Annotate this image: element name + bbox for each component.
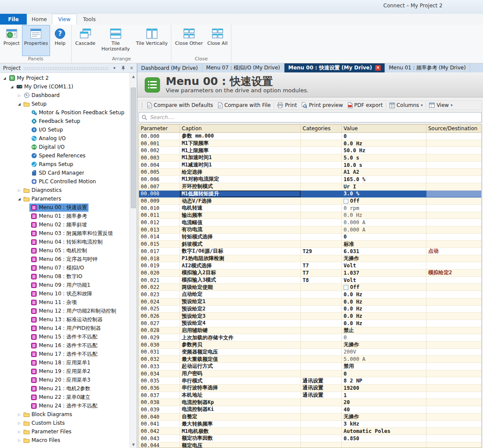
table-row[interactable]: 00.031变频器额定电压200V — [139, 349, 481, 356]
tree-item[interactable]: Menu 14 : 用户PID控制器 — [0, 324, 129, 332]
column-header-categories[interactable]: Categories — [301, 125, 342, 132]
print-button[interactable]: Print — [275, 101, 299, 110]
cascade-button[interactable]: Cascade — [73, 25, 98, 56]
tree-item[interactable]: Menu 10 : 状态和故障 — [0, 289, 129, 298]
ribbon-tab-file[interactable]: File — [0, 14, 27, 25]
scrollbar-track[interactable] — [130, 80, 137, 441]
table-row[interactable]: 00.032最大重载额定值5.000 A — [139, 356, 481, 363]
scrollbar-thumb[interactable] — [131, 88, 136, 208]
help-button[interactable]: ?Help — [50, 25, 70, 56]
table-row[interactable]: 00.033起动运行方式禁用 — [139, 363, 481, 370]
table-row[interactable]: 00.010电机转速0 rpm — [139, 205, 481, 212]
expand-arrow-icon[interactable]: ▷ — [16, 421, 22, 425]
document-tab[interactable]: Menu 00 : 快速设置 (My Drive)× — [284, 63, 385, 72]
table-row[interactable]: 00.021模拟输入3模式T8Volt — [139, 277, 481, 284]
expand-arrow-icon[interactable]: ▷ — [16, 188, 22, 192]
tree-item[interactable]: ◢Setup — [0, 100, 129, 108]
table-row[interactable]: 00.027预设给定40.0 Hz — [139, 320, 481, 327]
toolbar-grip[interactable] — [141, 102, 143, 108]
table-row[interactable]: 00.014转矩模式选择0 — [139, 234, 481, 241]
checkbox-unchecked-icon[interactable] — [344, 285, 348, 290]
tree-item[interactable]: ◢My Project 2 — [0, 74, 129, 82]
close-panel-icon[interactable]: × — [129, 66, 135, 70]
pdf-export-button[interactable]: PDF export — [345, 101, 385, 110]
tile-vertical-button[interactable]: Tile Vertically — [134, 25, 170, 56]
table-row[interactable]: 00.037本机地址通讯设置1 — [139, 392, 481, 399]
scroll-up-icon[interactable]: ▲ — [130, 73, 137, 80]
document-tab[interactable]: Menu 01 : 频率参考 (My Drive) — [385, 63, 470, 72]
print-preview-button[interactable]: Print preview — [299, 101, 345, 110]
table-row[interactable]: 00.008M1低频转矩提升3.0 % — [139, 191, 481, 198]
table-row[interactable]: 00.038电流控制器Kp20 — [139, 399, 481, 406]
table-row[interactable]: 00.019AI2模式选择T7Volt — [139, 262, 481, 269]
tree-item[interactable]: Menu 09 : 用户功能1 — [0, 281, 129, 289]
table-row[interactable]: 00.043额定功率因数0.850 — [139, 435, 481, 442]
table-row[interactable]: 00.044额定电压 — [139, 442, 481, 448]
columns-button[interactable]: Columns▾ — [387, 101, 425, 110]
tree-item[interactable]: ▷Dashboard — [0, 91, 129, 100]
ribbon-tab-tools[interactable]: Tools — [77, 14, 102, 25]
table-row[interactable]: 00.006M1对称电流限定165.0 % — [139, 176, 481, 183]
table-row[interactable]: 00.009动态V/F选择Off — [139, 197, 481, 205]
table-row[interactable]: 00.012电流幅值0.000 A — [139, 219, 481, 226]
tree-item[interactable]: SD Card Manager — [0, 169, 129, 177]
chevron-down-icon[interactable]: ▾ — [111, 66, 117, 70]
tree-item[interactable]: Menu 15 : 选件卡不匹配 — [0, 332, 129, 341]
table-row[interactable]: 00.041最大转换频率3 kHz — [139, 421, 481, 428]
column-header-value[interactable]: Value — [342, 125, 426, 132]
document-tab[interactable]: Dashboard (My Drive) — [137, 63, 202, 72]
expand-arrow-icon[interactable]: ▷ — [16, 94, 22, 97]
table-row[interactable]: 00.029上次加载的存储卡文件0 — [139, 334, 481, 341]
table-row[interactable]: 00.013有功电流0.000 A — [139, 226, 481, 234]
tree-item[interactable]: ▷Parameter Files — [0, 427, 129, 436]
tree-item[interactable]: ▷Block Diagrams — [0, 410, 129, 419]
table-row[interactable]: 00.005给定选择A1 A2 — [139, 169, 481, 176]
tree-item[interactable]: Feedback Setup — [0, 117, 129, 125]
table-row[interactable]: 00.004M1减速时间110.0 s — [139, 162, 481, 169]
tree-item[interactable]: I/O Setup — [0, 125, 129, 134]
expand-arrow-icon[interactable]: ▷ — [16, 430, 22, 434]
ribbon-tab-view[interactable]: View — [52, 14, 77, 25]
document-tab[interactable]: Menu 07 : 模拟I/O (My Drive) — [202, 63, 284, 72]
table-row[interactable]: 00.018P1热电阻故障检测无操作 — [139, 255, 481, 263]
table-row[interactable]: 00.030参数拷贝无操作 — [139, 341, 481, 349]
table-row[interactable]: 00.020模拟输入2目标T71.037模拟给定2 — [139, 269, 481, 277]
tree-item[interactable]: Menu 22 : 菜单0建立 — [0, 393, 129, 401]
properties-button[interactable]: Properties — [22, 25, 51, 56]
collapse-arrow-icon[interactable]: ◢ — [2, 76, 7, 80]
column-header-caption[interactable]: Caption — [180, 125, 301, 132]
compare-file-button[interactable]: Compare with File — [215, 101, 273, 110]
tree-item[interactable]: Motor & Position Feedback Setup — [0, 108, 129, 117]
close-other-button[interactable]: Close Other — [173, 25, 205, 56]
tree-item[interactable]: PLC Controlled Motion — [0, 177, 129, 186]
tree-item[interactable]: Menu 16 : 选件卡不匹配 — [0, 341, 129, 350]
tree-item[interactable]: Menu 01 : 频率参考 — [0, 212, 129, 220]
table-row[interactable]: 00.040自整定无操作 — [139, 414, 481, 421]
tree-item[interactable]: Ramps Setup — [0, 160, 129, 169]
tree-item[interactable]: Menu 21 : 电机2参数 — [0, 384, 129, 393]
table-row[interactable]: 00.022两级给定使能Off — [139, 284, 481, 291]
pin-icon[interactable] — [120, 66, 126, 71]
panel-drag-texture[interactable] — [23, 67, 109, 70]
tree-item[interactable]: ◢My Drive (COM1.1) — [0, 82, 129, 91]
table-row[interactable]: 00.025预设给定20.0 Hz — [139, 306, 481, 313]
ribbon-tab-home[interactable]: Home — [27, 14, 52, 25]
table-row[interactable]: 00.034用户密码0 — [139, 370, 481, 378]
table-row[interactable]: 00.042M1电机极数Automatic Poles — [139, 428, 481, 435]
tree-item[interactable]: Menu 05 : 电机控制 — [0, 246, 129, 255]
table-row[interactable]: 00.000参数 mm.0000 — [139, 133, 481, 140]
tree-item[interactable]: Menu 03 : 附属频率和位置反馈 — [0, 229, 129, 238]
table-row[interactable]: 00.002M1上限频率50.0 Hz — [139, 147, 481, 154]
column-header-parameter[interactable]: Parameter — [139, 125, 180, 132]
table-row[interactable]: 00.039电流控制器Ki40 — [139, 406, 481, 414]
project-tree-scrollbar[interactable]: ▲ ▼ — [129, 73, 137, 448]
tree-item[interactable]: Menu 12 : 用户功能2和制动控制 — [0, 307, 129, 315]
expand-arrow-icon[interactable]: ▷ — [16, 439, 22, 442]
tree-item[interactable]: Menu 20 : 应用菜单3 — [0, 376, 129, 384]
tree-item[interactable]: Menu 04 : 转矩和电流控制 — [0, 238, 129, 246]
table-row[interactable]: 00.015斜坡模式标准 — [139, 241, 481, 248]
table-row[interactable]: 00.011输出频率0.0 Hz — [139, 212, 481, 219]
tree-item[interactable]: Menu 13 : 标准运动控制器 — [0, 315, 129, 324]
column-header-source-destination[interactable]: Source/Destination — [426, 125, 481, 132]
table-row[interactable]: 00.023点动给定0.0 Hz — [139, 291, 481, 298]
